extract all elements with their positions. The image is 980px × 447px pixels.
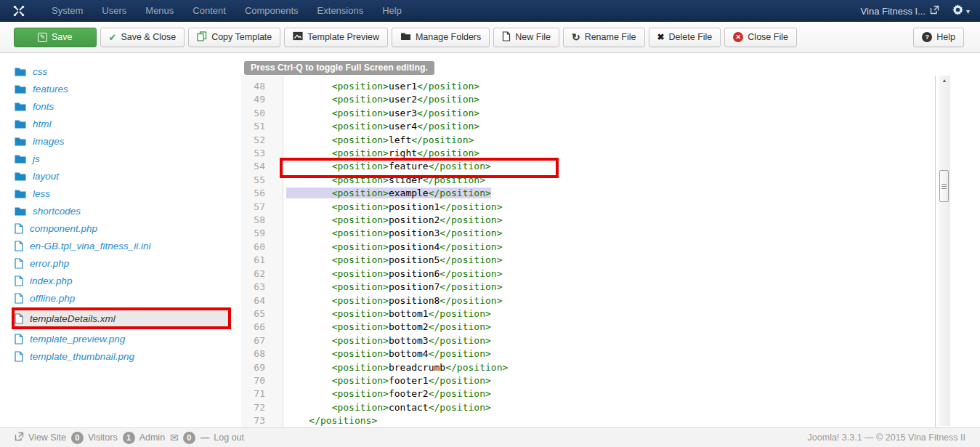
menu-item-extensions[interactable]: Extensions — [308, 0, 373, 22]
file-item-templateDetails.xml[interactable]: templateDetails.xml — [15, 310, 228, 326]
tree-item-label: templateDetails.xml — [30, 313, 116, 324]
line-number: 66 — [241, 321, 265, 334]
folder-icon — [15, 172, 26, 181]
menu-item-menus[interactable]: Menus — [136, 0, 183, 22]
save-button[interactable]: ✎Save — [14, 28, 97, 47]
logout-label: Log out — [214, 432, 244, 443]
tree-item-label: css — [33, 66, 47, 77]
folder-item-features[interactable]: features — [15, 80, 241, 97]
code-line: <position>position1</position> — [286, 201, 935, 214]
line-number: 68 — [241, 347, 265, 361]
menu-item-system[interactable]: System — [42, 0, 92, 22]
rename-file-button[interactable]: ↻Rename File — [563, 28, 645, 47]
code-line: <position>left</position> — [286, 134, 935, 147]
line-number: 62 — [241, 267, 265, 281]
copy-template-button[interactable]: Copy Template — [188, 28, 280, 47]
line-number: 59 — [241, 227, 265, 240]
line-number: 64 — [241, 294, 265, 307]
save-and-close-button[interactable]: ✔Save & Close — [100, 28, 185, 47]
joomla-logo-icon — [12, 4, 26, 18]
template-preview-label: Template Preview — [307, 32, 379, 42]
rename-file-label: Rename File — [585, 32, 636, 42]
new-file-button[interactable]: New File — [493, 28, 559, 47]
selected-code-text: <position>example</position> — [286, 188, 491, 198]
image-icon — [293, 31, 303, 43]
folder-item-less[interactable]: less — [15, 185, 241, 202]
codemirror-editor[interactable]: 4849505152535455565758596061626364656667… — [241, 76, 936, 427]
close-file-button[interactable]: ✕Close File — [724, 28, 797, 47]
visitors-link[interactable]: 0 Visitors — [71, 432, 118, 444]
version-text: Joomla! 3.3.1 — © 2015 Vina Fitness II — [808, 432, 965, 443]
menu-item-help[interactable]: Help — [373, 0, 411, 22]
rename-arrow-icon: ↻ — [572, 32, 580, 42]
menu-item-content[interactable]: Content — [183, 0, 235, 22]
file-item-index.php[interactable]: index.php — [15, 272, 241, 289]
delete-file-button[interactable]: ✖Delete File — [649, 28, 721, 47]
pencil-square-icon: ✎ — [38, 33, 47, 42]
code-lines: <position>user1</position> <position>use… — [283, 76, 935, 427]
file-item-offline.php[interactable]: offline.php — [15, 289, 241, 307]
menu-item-users[interactable]: Users — [92, 0, 136, 22]
delete-x-icon: ✖ — [657, 33, 665, 41]
question-icon: ? — [922, 32, 932, 42]
tree-item-label: js — [33, 153, 40, 164]
logout-link[interactable]: — Log out — [201, 432, 244, 443]
tree-item-label: less — [33, 188, 50, 199]
menu-item-components[interactable]: Components — [235, 0, 308, 22]
folder-icon — [15, 67, 26, 76]
copy-icon — [197, 31, 207, 44]
folder-item-fonts[interactable]: fonts — [15, 97, 241, 115]
code-editor-region: Press Ctrl-Q to toggle Full Screen editi… — [241, 53, 950, 427]
save-and-close-label: Save & Close — [121, 32, 176, 42]
admin-navbar: SystemUsersMenusContentComponentsExtensi… — [0, 0, 980, 22]
tree-item-label: images — [33, 136, 65, 147]
file-icon — [15, 334, 23, 345]
envelope-icon: ✉ — [170, 432, 179, 443]
scrollbar-thumb[interactable] — [939, 170, 949, 202]
file-item-en-GB.tpl_vina_fitness_ii.ini[interactable]: en-GB.tpl_vina_fitness_ii.ini — [15, 237, 241, 254]
line-number: 50 — [241, 107, 265, 120]
folder-item-css[interactable]: css — [15, 63, 241, 80]
template-name-link[interactable]: Vina Fitness I... — [861, 5, 939, 17]
messages-link[interactable]: ✉ 0 — [170, 432, 195, 444]
folder-icon — [15, 102, 26, 111]
code-line: <position>position6</position> — [286, 267, 935, 281]
line-number: 69 — [241, 361, 265, 374]
view-site-link[interactable]: View Site — [15, 432, 66, 443]
selected-file-annotation: templateDetails.xml — [12, 307, 231, 329]
status-bar: View Site 0 Visitors 1 Admin ✉ 0 — Log o… — [0, 427, 980, 447]
file-tree: css features fonts html images js layout… — [0, 53, 241, 427]
folder-item-shortcodes[interactable]: shortcodes — [15, 202, 241, 220]
code-line: <position>position7</position> — [286, 281, 935, 294]
messages-count-badge: 0 — [183, 432, 195, 444]
folder-item-images[interactable]: images — [15, 132, 241, 150]
toolbar: ✎Save✔Save & Close Copy Template Templat… — [0, 22, 980, 53]
file-item-template_preview.png[interactable]: template_preview.png — [15, 330, 241, 347]
file-item-template_thumbnail.png[interactable]: template_thumbnail.png — [15, 347, 241, 365]
tree-item-label: template_preview.png — [30, 334, 125, 345]
code-line: <position>user4</position> — [286, 120, 935, 133]
scrollbar-up-arrow[interactable]: ▲ — [939, 78, 950, 83]
line-number: 53 — [241, 147, 265, 160]
editor-scrollbar[interactable]: ▲ — [939, 76, 950, 426]
template-preview-button[interactable]: Template Preview — [284, 28, 388, 47]
folder-item-layout[interactable]: layout — [15, 167, 241, 185]
settings-menu[interactable]: ▾ — [952, 4, 970, 18]
line-number: 58 — [241, 214, 265, 227]
help-button-label: Help — [936, 32, 955, 42]
manage-folders-button[interactable]: Manage Folders — [392, 28, 490, 47]
tree-item-label: features — [33, 84, 68, 94]
line-number: 55 — [241, 174, 265, 187]
file-icon — [15, 351, 23, 362]
file-icon — [15, 223, 23, 234]
folder-item-js[interactable]: js — [15, 150, 241, 167]
line-number: 72 — [241, 401, 265, 414]
file-item-error.php[interactable]: error.php — [15, 254, 241, 272]
line-number: 67 — [241, 334, 265, 347]
line-number: 73 — [241, 414, 265, 427]
folder-item-html[interactable]: html — [15, 115, 241, 132]
admin-link[interactable]: 1 Admin — [123, 432, 165, 444]
help-button[interactable]: ? Help — [913, 28, 964, 47]
file-item-component.php[interactable]: component.php — [15, 220, 241, 237]
fullscreen-tooltip: Press Ctrl-Q to toggle Full Screen editi… — [244, 61, 434, 75]
